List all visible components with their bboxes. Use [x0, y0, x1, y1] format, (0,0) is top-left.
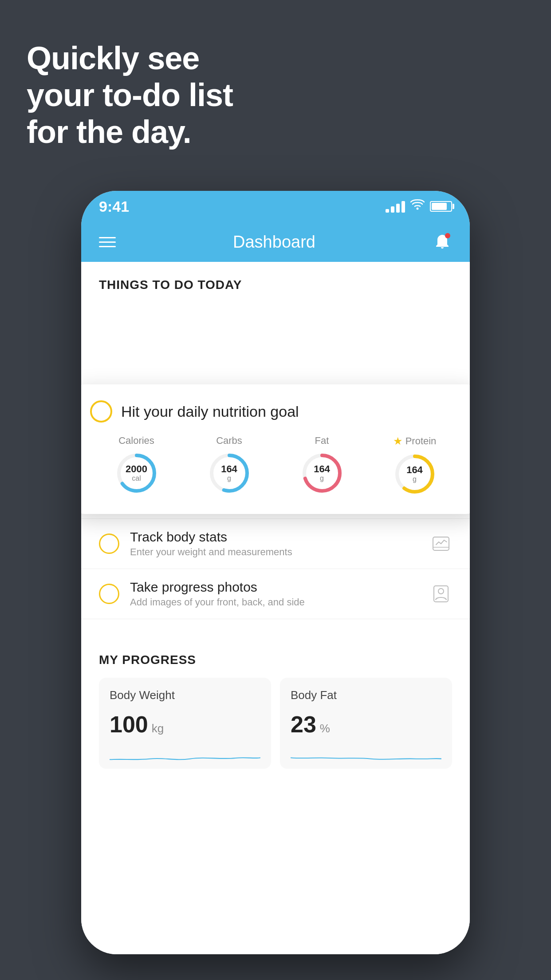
body-fat-sparkline	[291, 745, 441, 767]
status-time: 9:41	[99, 198, 129, 215]
svg-point-0	[417, 207, 419, 209]
nutrition-row: Calories 2000 cal	[90, 435, 461, 496]
calories-value: 2000	[126, 464, 147, 474]
carbs-label: Carbs	[216, 435, 242, 447]
protein-label: Protein	[405, 435, 437, 447]
carbs-unit: g	[221, 474, 237, 482]
notification-bell-icon[interactable]	[433, 232, 452, 252]
calories-unit: cal	[126, 474, 147, 482]
nutrition-card-title: Hit your daily nutrition goal	[121, 403, 299, 420]
todo-item-photos[interactable]: Take progress photos Add images of your …	[81, 569, 470, 619]
todo-photos-subtitle: Add images of your front, back, and side	[130, 597, 419, 608]
fat-chart: 164 g	[300, 451, 344, 495]
progress-header: MY PROGRESS	[99, 653, 452, 667]
body-fat-unit: %	[320, 722, 330, 735]
body-fat-title: Body Fat	[291, 688, 441, 702]
signal-icon	[386, 200, 405, 213]
nutrition-protein: ★ Protein 164 g	[393, 435, 437, 496]
phone-mockup: 9:41	[81, 191, 470, 954]
nutrition-carbs: Carbs 164 g	[207, 435, 252, 495]
fat-unit: g	[314, 474, 330, 482]
todo-circle-nutrition	[90, 400, 112, 423]
body-fat-card: Body Fat 23 %	[280, 678, 452, 769]
phone-content: THINGS TO DO TODAY Hit your daily nutrit…	[81, 262, 470, 954]
battery-icon	[430, 201, 452, 212]
status-icons	[386, 199, 452, 214]
nutrition-calories: Calories 2000 cal	[114, 435, 159, 495]
nutrition-card: Hit your daily nutrition goal Calories	[81, 384, 470, 514]
calories-label: Calories	[118, 435, 154, 447]
hero-text: Quickly see your to-do list for the day.	[27, 40, 233, 150]
todo-circle-photos	[99, 584, 119, 604]
carbs-chart: 164 g	[207, 451, 252, 495]
nav-title: Dashboard	[233, 233, 315, 252]
section-header: THINGS TO DO TODAY	[81, 262, 470, 300]
todo-photos-text: Take progress photos Add images of your …	[130, 580, 419, 608]
body-weight-value-row: 100 kg	[110, 711, 260, 738]
body-weight-unit: kg	[152, 722, 164, 735]
protein-chart: 164 g	[393, 452, 437, 496]
svg-point-13	[438, 589, 444, 594]
calories-chart: 2000 cal	[114, 451, 159, 495]
progress-section: MY PROGRESS Body Weight 100 kg	[81, 637, 470, 782]
body-weight-title: Body Weight	[110, 688, 260, 702]
status-bar: 9:41	[81, 191, 470, 222]
progress-cards: Body Weight 100 kg Body Fat 23	[99, 678, 452, 769]
nutrition-fat: Fat 164 g	[300, 435, 344, 495]
body-weight-card: Body Weight 100 kg	[99, 678, 271, 769]
svg-point-1	[445, 233, 450, 238]
body-weight-sparkline	[110, 745, 260, 767]
todo-bodystats-title: Track body stats	[130, 530, 419, 545]
scale-icon	[430, 533, 452, 555]
protein-unit: g	[406, 475, 423, 483]
protein-value: 164	[406, 465, 423, 475]
todo-item-bodystats[interactable]: Track body stats Enter your weight and m…	[81, 519, 470, 569]
hamburger-menu[interactable]	[99, 237, 116, 247]
wifi-icon	[410, 199, 425, 214]
star-icon: ★	[393, 435, 403, 447]
person-icon	[430, 583, 452, 605]
todo-circle-bodystats	[99, 533, 119, 554]
protein-label-row: ★ Protein	[393, 435, 437, 447]
fat-value: 164	[314, 464, 330, 474]
fat-label: Fat	[315, 435, 329, 447]
nav-bar: Dashboard	[81, 222, 470, 262]
todo-bodystats-subtitle: Enter your weight and measurements	[130, 546, 419, 558]
todo-photos-title: Take progress photos	[130, 580, 419, 595]
body-fat-value: 23	[291, 711, 316, 738]
todo-bodystats-text: Track body stats Enter your weight and m…	[130, 530, 419, 558]
carbs-value: 164	[221, 464, 237, 474]
body-fat-value-row: 23 %	[291, 711, 441, 738]
body-weight-value: 100	[110, 711, 148, 738]
